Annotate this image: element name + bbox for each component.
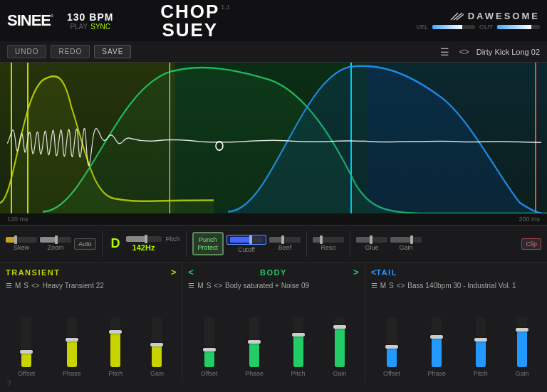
- transient-gain-slider[interactable]: [152, 317, 162, 367]
- transient-offset-label: Offset: [18, 370, 35, 377]
- transient-icons: ☰ M S <> Heavy Transient 22: [6, 282, 176, 290]
- divider-3: [306, 231, 307, 257]
- mute-btn-transient[interactable]: M: [15, 282, 21, 290]
- tail-nav-left[interactable]: <: [371, 267, 377, 277]
- reso-slider[interactable]: [313, 237, 344, 243]
- body-gain-group: Gain: [333, 317, 346, 377]
- play-label: PLAY: [70, 23, 88, 31]
- body-gain-label: Gain: [333, 370, 346, 377]
- transient-pitch-label: Pitch: [108, 370, 123, 377]
- tail-icons: ☰ M S <> Bass 140bpm 30 - Industrial Vol…: [371, 282, 541, 290]
- divider-4: [350, 231, 350, 257]
- tail-header: < TAIL: [371, 267, 541, 277]
- body-gain-slider[interactable]: [335, 317, 345, 367]
- transient-gain-label: Gain: [150, 370, 164, 377]
- cutoff-slider[interactable]: [230, 237, 263, 243]
- body-phase-slider[interactable]: [249, 317, 259, 367]
- transient-phase-slider[interactable]: [67, 317, 77, 367]
- tail-gain-slider[interactable]: [517, 317, 527, 367]
- code-btn-body[interactable]: <>: [214, 282, 222, 290]
- dawesome-section: DAWESOME VEL OUT: [416, 11, 540, 31]
- mute-btn-body[interactable]: M: [197, 282, 203, 290]
- reso-control: Reso: [313, 237, 344, 251]
- gain-slider[interactable]: [390, 237, 422, 243]
- sections-row: TRANSIENT > ☰ M S <> Heavy Transient 22 …: [0, 262, 547, 381]
- dawesome-icon: [449, 11, 464, 21]
- divider-2: [186, 231, 187, 257]
- tail-preset: Bass 140bpm 30 - Industrial Vol. 1: [407, 282, 541, 290]
- redo-button[interactable]: REDO: [51, 45, 90, 58]
- tail-phase-group: Phase: [428, 317, 447, 377]
- time-label-1: 120 ms: [7, 216, 28, 223]
- mute-btn-tail[interactable]: M: [380, 282, 386, 290]
- zoom-label: Zoom: [47, 244, 63, 251]
- body-preset: Body saturated + Noise 09: [225, 282, 359, 290]
- body-title: BODY: [260, 268, 287, 277]
- tail-offset-group: Offset: [383, 317, 400, 377]
- pitch-note-group: D: [108, 236, 123, 251]
- dawesome-label: DAWESOME: [468, 11, 540, 21]
- menu-icon-transient[interactable]: ☰: [6, 282, 12, 290]
- clip-button[interactable]: Clip: [521, 238, 541, 250]
- main-container: SINEE° 130 BPM PLAY SYNC CHOP SUEY 1.1: [0, 0, 547, 392]
- menu-icon-tail[interactable]: ☰: [371, 282, 377, 290]
- body-pitch-label: Pitch: [291, 370, 306, 377]
- code-btn-transient[interactable]: <>: [31, 282, 40, 290]
- auto-button[interactable]: Auto: [74, 238, 96, 250]
- solo-btn-tail[interactable]: S: [389, 282, 394, 290]
- out-meter: [497, 25, 540, 29]
- title-line2: SUEY: [160, 21, 219, 39]
- sync-label[interactable]: SYNC: [90, 23, 110, 31]
- transient-nav-right[interactable]: >: [171, 267, 177, 277]
- transient-pitch-slider[interactable]: [110, 317, 120, 367]
- tail-offset-slider[interactable]: [387, 317, 397, 367]
- bpm-value[interactable]: 130 BPM: [67, 11, 113, 23]
- toolbar: UNDO REDO SAVE ☰ <> Dirty Kick Long 02: [0, 41, 547, 63]
- beef-label: Beef: [278, 244, 292, 251]
- tail-gain-label: Gain: [516, 370, 529, 377]
- body-offset-slider[interactable]: [204, 317, 214, 367]
- solo-btn-transient[interactable]: S: [24, 282, 28, 290]
- menu-icon-body[interactable]: ☰: [188, 282, 194, 290]
- body-nav-left[interactable]: <: [188, 267, 194, 277]
- waveform-svg: [0, 63, 547, 225]
- sinee-logo: SINEE°: [7, 11, 53, 30]
- transient-offset-slider[interactable]: [21, 317, 31, 367]
- tail-pitch-slider[interactable]: [476, 317, 486, 367]
- tail-gain-group: Gain: [516, 317, 529, 377]
- body-nav-right[interactable]: >: [353, 267, 359, 277]
- pitch-slider[interactable]: [126, 236, 162, 242]
- code-btn-tail[interactable]: <>: [397, 282, 405, 290]
- punch-protect-button[interactable]: Punch Protect: [192, 232, 224, 256]
- code-icon[interactable]: <>: [457, 46, 472, 58]
- gain-label: Gain: [400, 244, 413, 251]
- question-mark[interactable]: ?: [3, 378, 547, 389]
- solo-btn-body[interactable]: S: [207, 282, 212, 290]
- title-line1: CHOP: [160, 2, 219, 21]
- cutoff-active-box: [226, 235, 266, 245]
- time-label-2: 200 ms: [519, 216, 540, 223]
- transient-phase-label: Phase: [63, 370, 81, 377]
- pitch-label: Pitch: [166, 235, 180, 243]
- gain-control: Gain: [390, 237, 422, 251]
- skew-slider[interactable]: [6, 237, 37, 243]
- tail-pitch-group: Pitch: [474, 317, 488, 377]
- glue-slider[interactable]: [356, 237, 387, 243]
- beef-slider[interactable]: [269, 237, 301, 243]
- undo-button[interactable]: UNDO: [7, 45, 46, 58]
- tail-sliders: Offset Phase Pitch: [371, 292, 541, 377]
- tail-phase-slider[interactable]: [432, 317, 442, 367]
- vel-meter: [432, 25, 475, 29]
- waveform-area[interactable]: 120 ms 200 ms: [0, 63, 547, 225]
- zoom-control: Zoom: [40, 237, 71, 251]
- pitch-note: D: [108, 236, 123, 251]
- glue-label: Glue: [365, 244, 379, 251]
- body-offset-group: Offset: [201, 317, 218, 377]
- save-button[interactable]: SAVE: [94, 45, 131, 58]
- zoom-slider[interactable]: [40, 237, 71, 243]
- menu-icon[interactable]: ☰: [437, 45, 452, 59]
- vel-out-meters: VEL OUT: [416, 23, 540, 31]
- cutoff-label: Cutoff: [238, 246, 255, 253]
- top-bar: SINEE° 130 BPM PLAY SYNC CHOP SUEY 1.1: [0, 0, 547, 41]
- body-pitch-slider[interactable]: [293, 317, 303, 367]
